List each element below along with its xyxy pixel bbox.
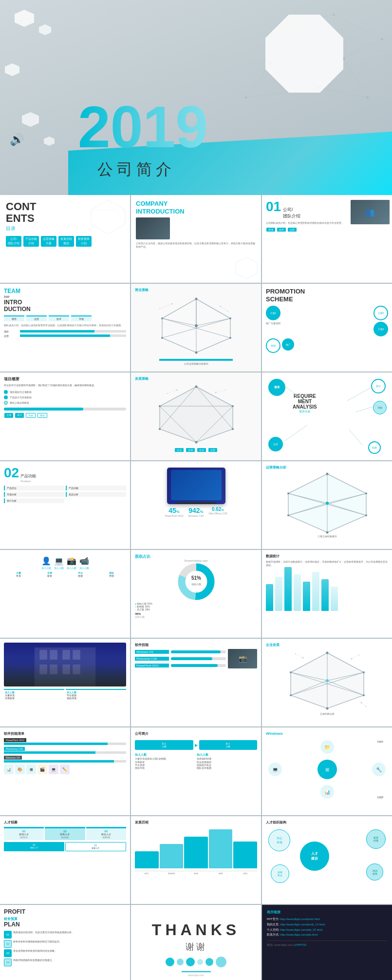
building-img [4, 643, 126, 686]
svg-point-30 [195, 298, 197, 300]
profit-row-2: 02 财务目标和关键绩效指标的制定与跟踪监控。 [4, 940, 126, 948]
promo-c4: 促销 [266, 338, 280, 353]
overall-progress [4, 408, 126, 411]
bar-2 [275, 577, 282, 611]
svg-text:创始人股: 创始人股 [191, 583, 201, 586]
slide-geo-4: 企业发展 [262, 639, 392, 726]
tag-开发: 开发 [26, 413, 36, 418]
steps-title: 人才招募 [4, 820, 126, 825]
win-left: 💻 [268, 763, 282, 776]
detail-items: 加入人数 大量学员选择加入我们的团队 丰厚薪资 平台资源 宽松环境 加入人数 优… [135, 753, 257, 769]
office-bubbles: 人才建设 办公环境 薪资待遇 发展机会 培训体系 [266, 827, 388, 885]
slide-windows: Windows ⊞ 📁 🔧 📊 💻 功能A 功能B [262, 727, 392, 815]
svg-line-57 [216, 390, 225, 392]
stat-2: 942% Illustrator CS6 [188, 507, 204, 517]
svg-line-117 [296, 654, 303, 658]
team-intro-desc: 团队成员介绍，包括核心成员的背景和专业技能，以及团队整体的工作能力和合作精神，形… [4, 324, 126, 328]
geo3-svg [283, 471, 371, 535]
geo-bg-contents [89, 197, 128, 236]
svg-point-110 [290, 671, 292, 673]
slide-requirement: REQUIREMENTANALYSIS 需求分析 服务 用户 功能 运营 拓展 [262, 372, 392, 460]
svg-marker-43 [160, 387, 233, 442]
svg-point-106 [363, 671, 365, 673]
year-2017: 2017 [135, 872, 159, 875]
req-circle-user: 用户 [371, 379, 386, 393]
geo4-svg [283, 649, 371, 712]
slide-product-02: 02 产品功能Product 产品定位 产品功能 市场分析 竞品分析 用户分析 [0, 461, 130, 549]
svg-point-80 [287, 492, 289, 494]
person-card-2: 加入人数 平台资源 宽松环境 [66, 689, 126, 701]
bubble-3: 发展机会 [271, 864, 289, 883]
svg-line-28 [162, 318, 196, 326]
promo-c1: 方案1 [266, 306, 280, 320]
detail-text-2d: 团队合作氛围 [197, 766, 257, 769]
people-details: 大量 学员 丰厚 薪资 平台 资源 宽松 环境 [4, 571, 126, 577]
svg-point-105 [326, 652, 328, 654]
tag-设计: 设计 [15, 413, 24, 418]
flow-box-1: 加入人数 [135, 740, 193, 750]
speaker-icon: 🔊 [10, 133, 24, 146]
geo2-tags: 企业 全球 企业 运营 [135, 448, 257, 452]
slide-bar-chart: 数据统计 根据市场调研，当前行业数据显示，业务增长稳定，市场份额持续扩大，运营效… [262, 550, 392, 638]
teal-bar [159, 359, 233, 361]
tc-3 [186, 958, 195, 966]
slide-links: 相关链接 PPT官方: http://www.lfppt.com/ptmb.ht… [262, 905, 392, 980]
svg-line-1 [343, 39, 382, 59]
bar-title: 数据统计 [266, 554, 388, 559]
team-item-4: 市场 [71, 315, 92, 321]
product-num: 02 [4, 465, 19, 481]
links-content: PPT官方: http://www.lfppt.com/ptmb.html 我的… [267, 917, 387, 938]
windows-title: Windows [266, 731, 388, 736]
svg-point-33 [195, 352, 197, 354]
sw-label-1: Windows OS [135, 650, 169, 654]
sw-icon-win: ⊞ [26, 764, 36, 774]
geo2-tag-4: 运营 [208, 448, 217, 452]
office-title: 人才组织架构 [266, 820, 388, 825]
link-2: http://www.lfppt.com/ptmb_14.html [280, 923, 325, 926]
detail-col-1: 加入人数 大量学员选择加入我们的团队 丰厚薪资 平台资源 宽松环境 [135, 753, 195, 769]
svg-point-52 [195, 441, 197, 444]
sw-icon-ae: 🎬 [37, 764, 47, 774]
company2-title: 公司简介 [135, 731, 257, 736]
windows-diagram: ⊞ 📁 🔧 📊 💻 功能A 功能B [266, 738, 388, 801]
step-2: 产品设计与开发阶段 [10, 396, 32, 399]
geo-deco-intro [234, 256, 259, 280]
icon-label-3: 加入人数 [67, 567, 76, 569]
tag-立项: 立项 [4, 413, 13, 418]
sw-label-3: PowerPoint 2013 [135, 664, 169, 667]
flow-arrow-1: ▶ [195, 743, 198, 747]
bar-8 [331, 587, 338, 611]
svg-point-77 [365, 514, 367, 516]
svg-point-79 [287, 514, 289, 516]
nav-item-1: 公司/团队介绍 [6, 236, 21, 247]
team-intro-title: INTRODUCTION [4, 299, 126, 313]
stat-label-3: After Effects CS6 [208, 512, 227, 515]
svg-point-81 [326, 502, 329, 505]
svg-point-49 [195, 386, 197, 388]
svg-line-42 [160, 304, 172, 309]
svg-point-12 [381, 38, 383, 40]
req-subtitle: 需求分析 [293, 410, 317, 414]
geo2-tag-3: 企业 [197, 448, 206, 452]
slide-num-label: 公司/团队介绍 [283, 207, 300, 219]
svg-marker-21 [236, 257, 257, 279]
detail-text-1d: 宽松环境 [135, 766, 195, 769]
sw-item-3: Windows OS [4, 756, 126, 763]
thanks-line [182, 971, 211, 972]
sw-icon-ai: ✏️ [60, 764, 70, 774]
software-title: 软件技能 [135, 643, 257, 647]
slide-team-intro: TEAM Intr INTRODUCTION 领导 运营 技术 市场 团队成员介… [0, 284, 130, 372]
step-outline-1: 05 发展人才 [65, 842, 127, 851]
hero-year: 2019 [78, 98, 208, 156]
tag-1: 管理 [266, 228, 275, 232]
progress-section: 项目 运营 [4, 330, 126, 337]
timeline-years: 2017 2018/03 2019 2020 2021 [135, 872, 257, 875]
company-intro-title: COMPANYINTRODUCTION [136, 200, 256, 215]
detail-text-2: 优质福利待遇 [197, 757, 257, 761]
tag-测试: 测试 [37, 413, 47, 418]
laptop-image [167, 468, 225, 504]
sw-label-2: Photoshop CS6 [135, 657, 169, 661]
year-2020: 2020 [209, 872, 233, 875]
win-label-1: 功能A [377, 740, 383, 743]
tc-4 [197, 959, 203, 965]
